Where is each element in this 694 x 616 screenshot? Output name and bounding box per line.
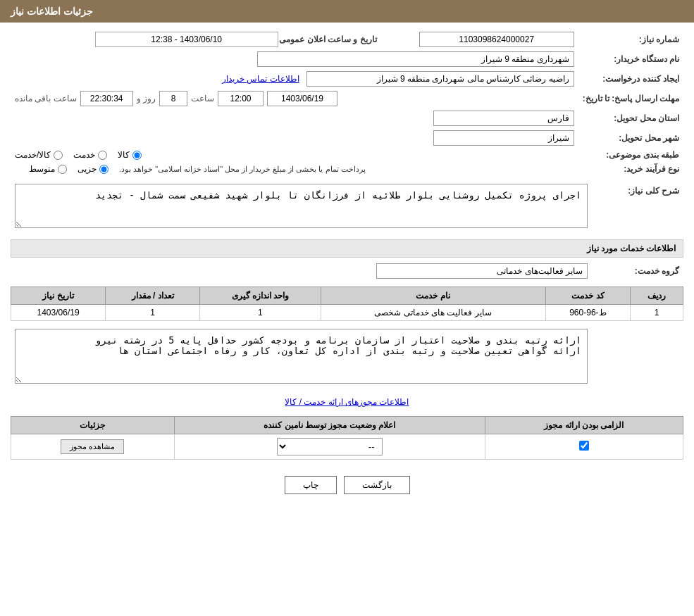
- cell-quantity: 1: [106, 305, 200, 321]
- time-label: ساعت: [191, 94, 214, 103]
- remaining-time-value: 22:30:34: [80, 91, 133, 106]
- reply-time-value: 12:00: [218, 91, 264, 106]
- col-unit: واحد اندازه گیری: [200, 287, 321, 305]
- permit-required-cell: [485, 434, 683, 460]
- process-jozi[interactable]: جزیی: [78, 164, 109, 174]
- process-jozi-label: جزیی: [78, 164, 97, 174]
- need-number-label: شماره نیاز:: [578, 30, 683, 49]
- category-label: طبقه بندی موضوعی:: [578, 148, 683, 162]
- remaining-label: ساعت باقی مانده: [15, 94, 77, 103]
- permit-details-cell: مشاهده مجوز: [11, 434, 175, 460]
- cell-unit: 1: [200, 305, 321, 321]
- description-textarea[interactable]: [15, 184, 588, 228]
- category-kala-khidmat-label: کالا/خدمت: [15, 150, 51, 160]
- col-row: ردیف: [631, 287, 683, 305]
- buyer-org-label: نام دستگاه خریدار:: [578, 49, 683, 69]
- col-permit-required: الزامی بودن ارائه مجوز: [485, 417, 683, 434]
- process-label: نوع فرآیند خرید:: [578, 162, 683, 176]
- city-value: شیراز: [433, 130, 574, 146]
- description-label: شرح کلی نیاز:: [592, 182, 683, 232]
- category-kala-khidmat[interactable]: کالا/خدمت: [15, 150, 63, 160]
- buyer-org-value: شهرداری منطقه 9 شیراز: [257, 51, 574, 67]
- days-label: روز و: [137, 94, 156, 103]
- creator-value: راضیه رضائی کارشناس مالی شهرداری منطقه 9…: [306, 71, 574, 87]
- page-header: جزئیات اطلاعات نیاز: [0, 0, 694, 23]
- services-table: ردیف کد خدمت نام خدمت واحد اندازه گیری ت…: [11, 287, 683, 321]
- print-button[interactable]: چاپ: [285, 476, 337, 494]
- buyer-description-label: [592, 327, 683, 388]
- col-permit-status: اعلام وضعیت مجوز توسط نامین کننده: [174, 417, 485, 434]
- creator-label: ایجاد کننده درخواست:: [578, 69, 683, 89]
- province-label: استان محل تحویل:: [578, 108, 683, 128]
- buyer-description-textarea[interactable]: [15, 329, 588, 384]
- permit-status-select[interactable]: --: [277, 438, 383, 455]
- cell-row: 1: [631, 305, 683, 321]
- announce-datetime-label: تاریخ و ساعت اعلان عمومی:: [285, 34, 377, 44]
- permit-row: -- مشاهده مجوز: [11, 434, 683, 460]
- cell-code: ط-96-960: [545, 305, 631, 321]
- city-label: شهر محل تحویل:: [578, 128, 683, 148]
- cell-name: سایر فعالیت های خدماتی شخصی: [321, 305, 545, 321]
- category-kala[interactable]: کالا: [118, 150, 142, 160]
- col-code: کد خدمت: [545, 287, 631, 305]
- col-permit-details: جزئیات: [11, 417, 175, 434]
- category-khidmat[interactable]: خدمت: [73, 150, 107, 160]
- days-value: 8: [159, 91, 187, 106]
- reply-date-value: 1403/06/19: [267, 91, 337, 106]
- permit-status-cell: --: [174, 434, 485, 460]
- category-khidmat-label: خدمت: [73, 150, 95, 160]
- col-name: نام خدمت: [321, 287, 545, 305]
- table-row: 1 ط-96-960 سایر فعالیت های خدماتی شخصی 1…: [11, 305, 683, 321]
- services-section-title: اطلاعات خدمات مورد نیاز: [11, 239, 683, 258]
- cell-date: 1403/06/19: [11, 305, 106, 321]
- process-note: پرداخت تمام یا بخشی از مبلغ خریدار از مح…: [119, 165, 366, 174]
- reply-deadline-label: مهلت ارسال پاسخ: تا تاریخ:: [578, 89, 683, 108]
- permit-required-checkbox[interactable]: [579, 441, 589, 451]
- province-value: فارس: [433, 111, 574, 126]
- need-number-value: 1103098624000027: [419, 32, 574, 47]
- category-kala-label: کالا: [118, 150, 130, 160]
- col-quantity: تعداد / مقدار: [106, 287, 200, 305]
- page-title: جزئیات اطلاعات نیاز: [11, 6, 93, 17]
- permits-section-link[interactable]: اطلاعات مجوزهای ارائه خدمت / کالا: [281, 394, 412, 410]
- service-group-label: گروه خدمت:: [592, 261, 683, 281]
- view-permit-button[interactable]: مشاهده مجوز: [61, 439, 124, 454]
- footer-buttons: بازگشت چاپ: [11, 465, 683, 505]
- process-mutavasset-label: متوسط: [29, 164, 55, 174]
- process-mutavasset[interactable]: متوسط: [29, 164, 67, 174]
- back-button[interactable]: بازگشت: [344, 476, 410, 494]
- service-group-value: سایر فعالیت‌های خدماتی: [376, 263, 588, 279]
- announce-datetime-value: 1403/06/10 - 12:38: [95, 32, 278, 47]
- permits-table: الزامی بودن ارائه مجوز اعلام وضعیت مجوز …: [11, 416, 683, 460]
- creator-contact-link[interactable]: اطلاعات تماس خریدار: [222, 74, 299, 84]
- col-date: تاریخ نیاز: [11, 287, 106, 305]
